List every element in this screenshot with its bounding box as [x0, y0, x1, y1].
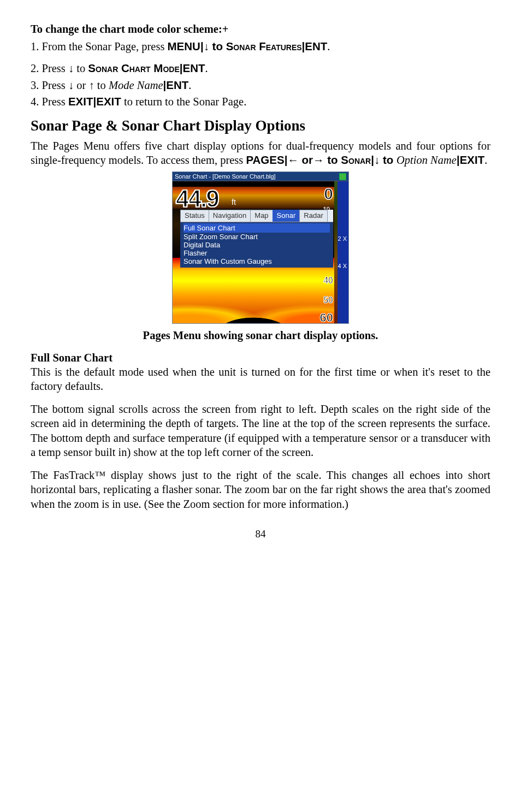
bottom-terrain [173, 258, 334, 323]
scale-40: 40 [323, 275, 333, 286]
full-para-2: The bottom signal scrolls across the scr… [31, 402, 490, 459]
section-title: Sonar Page & Sonar Chart Display Options [31, 116, 490, 135]
figure-caption: Pages Menu showing sonar chart display o… [31, 328, 490, 342]
option-digital-data: Digital Data [183, 241, 330, 249]
step-2: 2. Press ↓ to Sonar Chart Mode|ENT. [31, 61, 490, 75]
step3-text-a: 3. Press ↓ or ↑ to [31, 79, 109, 91]
step-3: 3. Press ↓ or ↑ to Mode Name|ENT. [31, 78, 490, 92]
intro-paragraph: The Pages Menu offers five chart display… [31, 139, 490, 167]
step4-exit2: EXIT [96, 95, 121, 108]
step1-text-d: . [327, 40, 330, 52]
figure-title-text: Sonar Chart - [Demo Sonar Chart.blg] [175, 173, 276, 180]
step1-text-b: |↓ to [200, 40, 226, 52]
page-number: 84 [31, 527, 490, 541]
subhead-full-sonar: Full Sonar Chart [31, 351, 490, 365]
option-custom-gauges: Sonar With Custom Gauges [183, 257, 330, 265]
intro-e: . [484, 154, 487, 166]
step-1: 1. From the Sonar Page, press MENU|↓ to … [31, 39, 490, 54]
step3-text-c: . [188, 79, 191, 91]
intro-b: |← or→ to [285, 153, 341, 166]
scale-50: 50 [323, 295, 333, 306]
step2-mode: Sonar Chart Mode [88, 62, 179, 74]
heading-change-color: To change the chart mode color scheme:+ [31, 22, 490, 36]
depth-unit: ft [232, 198, 236, 208]
option-full-sonar: Full Sonar Chart [183, 223, 330, 233]
step1-text-a: 1. From the Sonar Page, press [31, 40, 168, 52]
full-para-3: The FasTrack™ display shows just to the … [31, 468, 490, 511]
step2-text-a: 2. Press ↓ to [31, 62, 88, 74]
intro-exit: EXIT [460, 153, 485, 166]
step1-menu: MENU [168, 40, 200, 52]
scale-60: 60 [320, 310, 333, 323]
zoom-4x: 4 X [338, 263, 347, 269]
step3-ent: ENT [166, 79, 188, 91]
pages-menu-panel: Status Navigation Map Sonar Radar Full S… [180, 210, 333, 268]
close-icon [339, 173, 346, 180]
step1-features: Sonar Features [226, 40, 302, 52]
pages-menu-figure: Sonar Chart - [Demo Sonar Chart.blg] 2 X… [172, 171, 349, 324]
step4-text-c: to return to the Sonar Page. [121, 96, 246, 108]
tab-radar: Radar [299, 210, 327, 222]
step-4: 4. Press EXIT|EXIT to return to the Sona… [31, 94, 490, 109]
tab-map: Map [250, 210, 273, 222]
tab-row: Status Navigation Map Sonar Radar [180, 210, 333, 222]
step2-text-c: . [205, 62, 208, 74]
intro-sonar: Sonar [341, 153, 371, 166]
intro-pages: PAGES [246, 153, 284, 166]
intro-c: |↓ to [371, 153, 396, 166]
figure-window: Sonar Chart - [Demo Sonar Chart.blg] 2 X… [172, 171, 349, 324]
step2-ent: ENT [183, 62, 205, 74]
tab-navigation: Navigation [209, 210, 251, 222]
step4-exit1: EXIT [68, 95, 93, 108]
option-split-zoom: Split Zoom Sonar Chart [183, 233, 330, 241]
sonar-display: 2 X 4 X 44.9 ft 0 10 40 50 60 Status Nav… [173, 181, 348, 323]
tab-options-list: Full Sonar Chart Split Zoom Sonar Chart … [180, 222, 333, 268]
option-flasher: Flasher [183, 249, 330, 257]
zoom-2x: 2 X [338, 236, 347, 241]
tab-status: Status [180, 210, 209, 222]
step1-ent: ENT [305, 40, 327, 52]
step4-text-a: 4. Press [31, 96, 68, 108]
zoom-bar: 2 X 4 X [338, 181, 348, 323]
intro-optionname: Option Name [396, 154, 457, 166]
tab-sonar: Sonar [273, 210, 300, 222]
step3-modename: Mode Name [109, 79, 163, 91]
figure-titlebar: Sonar Chart - [Demo Sonar Chart.blg] [173, 172, 348, 181]
full-para-1: This is the default mode used when the u… [31, 365, 490, 393]
scale-0: 0 [324, 183, 333, 204]
